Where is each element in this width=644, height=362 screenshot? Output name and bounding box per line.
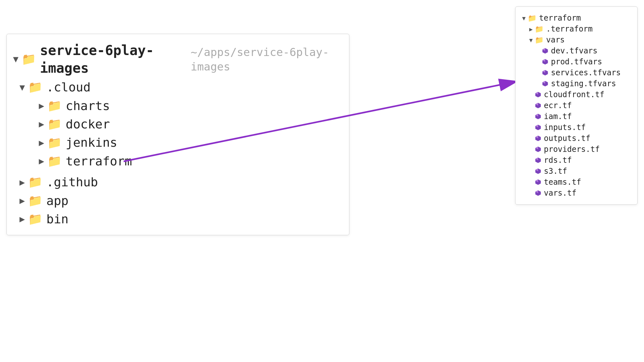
rp-vars-tf-icon xyxy=(535,190,541,196)
docker-folder-name: docker xyxy=(66,116,110,132)
rp-rds-tf-icon xyxy=(535,157,541,163)
rp-terraform-folder-icon: 📁 xyxy=(528,14,536,22)
rp-teams-tf-icon xyxy=(535,179,541,185)
rp-dot-terraform-chevron: ▶ xyxy=(527,26,535,32)
rp-staging-tfvars[interactable]: ▶ staging.tfvars xyxy=(516,78,637,89)
github-folder-icon: 📁 xyxy=(28,175,43,190)
rp-prod-tfvars-name: prod.tfvars xyxy=(551,57,602,66)
rp-prod-tfvars[interactable]: ▶ prod.tfvars xyxy=(516,56,637,67)
terraform-folder-icon: 📁 xyxy=(47,154,62,169)
rp-services-tfvars-name: services.tfvars xyxy=(551,68,621,77)
cloud-folder-name: .cloud xyxy=(46,79,90,95)
terraform-folder-name: terraform xyxy=(66,153,132,169)
docker-folder-icon: 📁 xyxy=(47,117,62,132)
rp-inputs-tf-icon xyxy=(535,124,541,131)
root-folder-path: ~/apps/service-6play-images xyxy=(191,45,349,73)
rp-cloudfront-tf-icon xyxy=(535,91,541,98)
rp-dot-terraform-folder[interactable]: ▶ 📁 .terraform xyxy=(516,23,637,34)
rp-cloudfront-tf[interactable]: ▶ cloudfront.tf xyxy=(516,89,637,100)
left-file-tree: ▼ 📁 service-6play-images ~/apps/service-… xyxy=(6,34,349,235)
rp-dot-terraform-name: .terraform xyxy=(546,24,593,33)
jenkins-folder-icon: 📁 xyxy=(47,135,62,151)
rp-vars-chevron: ▼ xyxy=(527,37,535,43)
root-chevron: ▼ xyxy=(10,53,22,65)
cloud-folder-icon: 📁 xyxy=(28,80,43,95)
rp-teams-name: teams.tf xyxy=(544,178,581,187)
root-folder-name: service-6play-images xyxy=(40,42,185,77)
rp-staging-tfvars-name: staging.tfvars xyxy=(551,79,616,88)
right-file-tree: ▼ 📁 terraform ▶ 📁 .terraform ▼ 📁 vars ▶ … xyxy=(515,6,638,205)
github-folder[interactable]: ▶ 📁 .github xyxy=(7,173,349,191)
rp-terraform-folder[interactable]: ▼ 📁 terraform xyxy=(516,13,637,23)
rp-s3-tf-icon xyxy=(535,168,541,174)
root-folder-icon: 📁 xyxy=(22,52,36,67)
rp-teams-tf[interactable]: ▶ teams.tf xyxy=(516,177,637,188)
rp-vars-tf[interactable]: ▶ vars.tf xyxy=(516,188,637,199)
rp-dev-tf-icon xyxy=(542,48,548,54)
bin-folder-name: bin xyxy=(46,211,69,227)
rp-dev-tfvars[interactable]: ▶ dev.tfvars xyxy=(516,45,637,56)
rp-iam-tf[interactable]: ▶ iam.tf xyxy=(516,111,637,122)
rp-s3-tf[interactable]: ▶ s3.tf xyxy=(516,166,637,177)
app-folder-name: app xyxy=(46,193,69,209)
rp-vars-tf-name: vars.tf xyxy=(544,189,576,198)
rp-terraform-name: terraform xyxy=(539,14,581,23)
rp-rds-name: rds.tf xyxy=(544,156,572,165)
rp-s3-name: s3.tf xyxy=(544,167,567,176)
rp-outputs-name: outputs.tf xyxy=(544,134,591,143)
rp-providers-name: providers.tf xyxy=(544,145,600,154)
terraform-folder-left[interactable]: ▶ 📁 terraform xyxy=(7,152,349,171)
charts-chevron: ▶ xyxy=(36,100,47,112)
rp-vars-name: vars xyxy=(546,35,565,44)
rp-vars-folder[interactable]: ▼ 📁 vars xyxy=(516,34,637,45)
github-chevron: ▶ xyxy=(16,177,28,188)
terraform-chevron: ▶ xyxy=(36,155,47,167)
rp-outputs-tf[interactable]: ▶ outputs.tf xyxy=(516,133,637,144)
rp-outputs-tf-icon xyxy=(535,135,541,142)
rp-providers-tf[interactable]: ▶ providers.tf xyxy=(516,144,637,155)
cloud-chevron: ▼ xyxy=(16,82,28,93)
app-folder[interactable]: ▶ 📁 app xyxy=(7,192,349,210)
charts-folder-name: charts xyxy=(66,98,110,114)
jenkins-chevron: ▶ xyxy=(36,137,47,149)
rp-ecr-tf-icon xyxy=(535,102,541,109)
github-folder-name: .github xyxy=(46,174,98,190)
rp-services-tf-icon xyxy=(542,70,548,76)
bin-folder[interactable]: ▶ 📁 bin xyxy=(7,210,349,228)
bin-folder-icon: 📁 xyxy=(28,212,43,227)
rp-ecr-name: ecr.tf xyxy=(544,101,572,110)
jenkins-folder-name: jenkins xyxy=(66,135,117,151)
rp-inputs-name: inputs.tf xyxy=(544,123,586,132)
bin-chevron: ▶ xyxy=(16,213,28,225)
rp-ecr-tf[interactable]: ▶ ecr.tf xyxy=(516,100,637,111)
root-folder[interactable]: ▼ 📁 service-6play-images ~/apps/service-… xyxy=(7,41,349,78)
rp-dev-tfvars-name: dev.tfvars xyxy=(551,46,598,55)
app-chevron: ▶ xyxy=(16,195,28,207)
docker-folder[interactable]: ▶ 📁 docker xyxy=(7,115,349,134)
rp-prod-tf-icon xyxy=(542,59,548,65)
jenkins-folder[interactable]: ▶ 📁 jenkins xyxy=(7,134,349,152)
rp-inputs-tf[interactable]: ▶ inputs.tf xyxy=(516,122,637,133)
rp-providers-tf-icon xyxy=(535,146,541,153)
cloud-folder[interactable]: ▼ 📁 .cloud xyxy=(7,78,349,97)
app-folder-icon: 📁 xyxy=(28,193,43,209)
rp-vars-folder-icon: 📁 xyxy=(535,36,544,44)
docker-chevron: ▶ xyxy=(36,118,47,130)
rp-staging-tf-icon xyxy=(542,80,548,87)
rp-rds-tf[interactable]: ▶ rds.tf xyxy=(516,155,637,166)
rp-cloudfront-name: cloudfront.tf xyxy=(544,90,604,99)
charts-folder-icon: 📁 xyxy=(47,98,62,114)
charts-folder[interactable]: ▶ 📁 charts xyxy=(7,97,349,115)
rp-services-tfvars[interactable]: ▶ services.tfvars xyxy=(516,67,637,78)
rp-terraform-chevron: ▼ xyxy=(520,15,528,22)
rp-iam-tf-icon xyxy=(535,113,541,120)
rp-iam-name: iam.tf xyxy=(544,112,572,121)
rp-dot-terraform-folder-icon: 📁 xyxy=(535,25,544,33)
